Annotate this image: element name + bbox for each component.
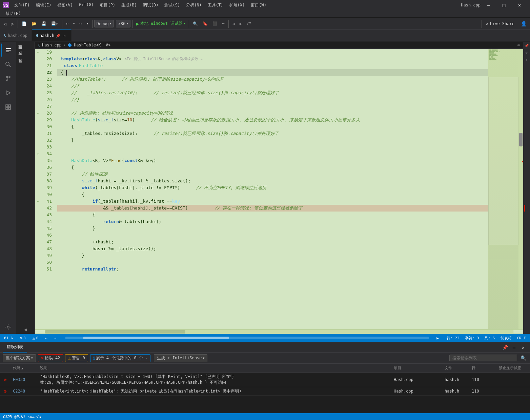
fold-btn-29[interactable]: ▾: [35, 110, 41, 117]
status-line[interactable]: 行: 22: [445, 334, 461, 342]
minimize-button[interactable]: —: [481, 0, 496, 10]
live-share-button[interactable]: ↗ Live Share: [482, 20, 518, 28]
toolbar-indent-in[interactable]: ⇥: [230, 20, 237, 27]
activity-explorer[interactable]: [1, 43, 15, 57]
col-project[interactable]: 项目: [391, 365, 442, 371]
menu-test[interactable]: 测试(S): [162, 2, 183, 9]
menu-file[interactable]: 文件(F): [12, 2, 33, 9]
col-line[interactable]: 行: [469, 365, 496, 371]
breadcrumb-file[interactable]: Hash.cpp: [42, 43, 62, 47]
maximize-button[interactable]: □: [496, 0, 512, 10]
rs-chevron[interactable]: ▾: [524, 57, 529, 62]
sidebar-toggle-icon[interactable]: ◀: [24, 327, 27, 332]
status-col[interactable]: 列: 5: [483, 334, 496, 342]
panel-tab-errors[interactable]: 错误列表: [3, 342, 27, 353]
h-scroll-right[interactable]: [513, 330, 523, 334]
status-prev[interactable]: ←: [44, 334, 49, 342]
toolbar-comment[interactable]: /*: [245, 20, 253, 27]
col-desc[interactable]: 说明: [37, 365, 391, 371]
status-hscroll-thumb[interactable]: [83, 337, 229, 339]
fold-btn-35[interactable]: ▾: [35, 151, 41, 157]
activity-settings[interactable]: [1, 320, 15, 334]
toolbar-save[interactable]: 💾: [39, 20, 48, 27]
fold-btn-21[interactable]: ▾: [35, 49, 41, 56]
toolbar-open[interactable]: 📂: [29, 20, 39, 27]
panel-close[interactable]: ✕: [519, 343, 527, 352]
menu-help[interactable]: 帮助(H): [3, 11, 24, 17]
breadcrumb: C Hash.cpp › 🔷 HashTable<K, V> ⊕: [35, 42, 523, 49]
warning-count-badge[interactable]: ⚠ 警告 0: [65, 354, 88, 362]
account-button[interactable]: 👤: [518, 19, 529, 29]
col-file[interactable]: 文件: [442, 365, 469, 371]
fold-btn-41[interactable]: ▾: [35, 198, 41, 205]
menu-analyze[interactable]: 分析(N): [183, 2, 204, 9]
menu-git[interactable]: Git(G): [76, 2, 96, 9]
status-indent[interactable]: 制表符: [499, 334, 513, 342]
code-content[interactable]: template<class K,class V> <T> 提供 Intelli…: [57, 49, 488, 329]
status-char[interactable]: 字符: 3: [464, 334, 481, 342]
toolbar-find[interactable]: 🔍: [191, 20, 200, 27]
rs-settings[interactable]: ⚙: [524, 50, 529, 55]
info-count-badge[interactable]: ℹ 展示 4 个消息中的 0 个 ✕: [90, 354, 150, 362]
menu-window[interactable]: 窗口(W): [248, 2, 269, 9]
menu-edit[interactable]: 编辑(E): [33, 2, 54, 9]
breadcrumb-right-icon[interactable]: ⊕: [517, 43, 520, 47]
toolbar-undo[interactable]: ↩: [64, 20, 70, 27]
menu-project[interactable]: 项目(P): [97, 2, 118, 9]
run-button[interactable]: ▶ 本地 Windows 调试器 ▼: [134, 19, 187, 28]
activity-extensions[interactable]: [1, 100, 15, 114]
menu-build[interactable]: 生成(B): [119, 2, 140, 9]
status-errors[interactable]: ⊗ 3: [19, 334, 27, 342]
status-zoom[interactable]: 81 %: [3, 334, 15, 342]
status-hscroll[interactable]: [65, 337, 429, 339]
col-code[interactable]: 代码 ▲: [10, 365, 37, 371]
activity-git[interactable]: [1, 72, 15, 85]
tab-hash-cpp[interactable]: C hash.cpp: [0, 29, 32, 41]
build-filter-dropdown[interactable]: 生成 + IntelliSense ▼: [154, 354, 207, 362]
tab-hash-h[interactable]: H hash.h 📌 ✕: [32, 29, 72, 41]
debug-config-dropdown[interactable]: Debug ▼: [94, 20, 114, 27]
toolbar-redo-dropdown[interactable]: ▼: [85, 21, 90, 26]
menu-extensions[interactable]: 扩展(X): [227, 2, 248, 9]
breadcrumb-symbol[interactable]: HashTable<K, V>: [74, 43, 110, 47]
horizontal-scrollbar[interactable]: [35, 329, 523, 334]
h-scroll-thumb[interactable]: [45, 330, 185, 334]
error-row-c2248[interactable]: ⊗ C2248 "HashTable<int,int>::HashTable":…: [0, 387, 530, 396]
platform-dropdown[interactable]: x86 ▼: [116, 20, 131, 27]
toolbar-bookmark[interactable]: 🔖: [201, 20, 210, 27]
toolbar-breakpoint[interactable]: ⬛: [210, 20, 219, 27]
toolbar-back[interactable]: ◁: [1, 20, 8, 28]
tab-hash-h-close[interactable]: ✕: [62, 33, 67, 38]
toolbar-redo[interactable]: ↪: [78, 20, 84, 27]
error-scope-filter[interactable]: 整个解决方案 ▼: [3, 354, 36, 362]
h-scroll-left[interactable]: [35, 330, 45, 334]
activity-debug[interactable]: [1, 86, 15, 100]
rs-pin[interactable]: 📌: [524, 43, 529, 48]
error-search-icon[interactable]: 🔍: [519, 354, 527, 362]
toolbar-undo-dropdown[interactable]: ▼: [71, 21, 77, 26]
vertical-scrollbar[interactable]: [518, 49, 523, 329]
toolbar-indent-out[interactable]: ⇤: [238, 20, 244, 27]
panel-pin[interactable]: 📌: [501, 343, 509, 352]
menu-tools[interactable]: 工具(T): [205, 2, 226, 9]
error-search-input[interactable]: [449, 355, 517, 361]
status-hscroll-right[interactable]: ▶: [436, 336, 441, 340]
menu-view[interactable]: 视图(V): [55, 2, 76, 9]
close-button[interactable]: ✕: [512, 0, 527, 10]
error-row-e0330[interactable]: ⊗ E0330 "HashTable<K, V>::HashTable(size…: [0, 373, 530, 387]
status-warnings[interactable]: ⚠ 0: [31, 334, 40, 342]
status-next[interactable]: →: [53, 334, 58, 342]
scroll-thumb[interactable]: [519, 133, 523, 146]
col-suppress[interactable]: 禁止显示状态: [496, 365, 530, 371]
error-count-badge[interactable]: ⊗ 错误 42: [38, 354, 63, 362]
activity-search[interactable]: [1, 58, 15, 71]
toolbar-new[interactable]: 📄: [20, 20, 29, 27]
h-scroll-track[interactable]: [45, 330, 513, 334]
menu-debug[interactable]: 调试(D): [140, 2, 161, 9]
panel-minimize[interactable]: —: [510, 343, 518, 352]
toolbar-save-all[interactable]: 💾✔: [49, 20, 60, 27]
status-encoding[interactable]: CRLF: [516, 334, 528, 342]
toolbar-forward[interactable]: ▷: [9, 20, 16, 28]
breadcrumb-sep: ›: [63, 43, 66, 47]
toolbar-more[interactable]: ⋯: [220, 20, 226, 27]
